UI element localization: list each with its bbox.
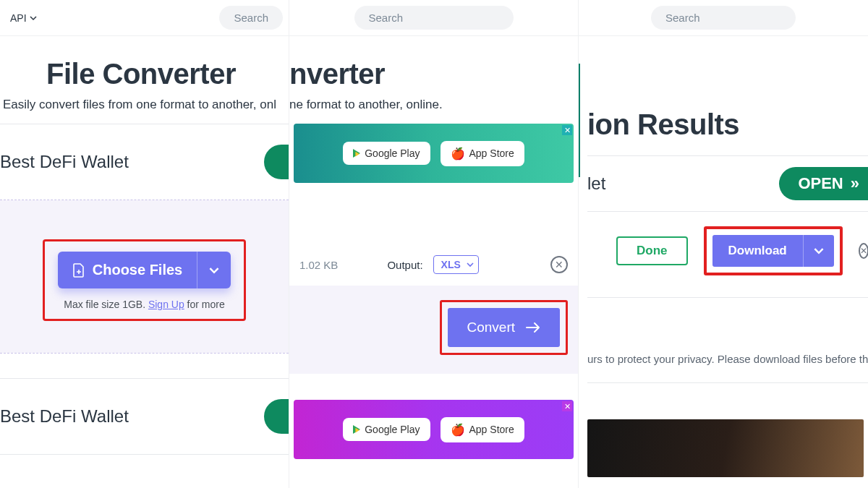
download-button[interactable]: Download <box>712 235 834 267</box>
ad-open-partial[interactable] <box>264 399 289 434</box>
page-subtitle-fragment: ne format to another, online. <box>289 98 578 112</box>
ad-text: Best DeFi Wallet <box>0 152 129 172</box>
app-store-chip[interactable]: 🍎 App Store <box>441 141 524 166</box>
api-dropdown[interactable]: API <box>6 9 41 27</box>
search-placeholder: Search <box>369 12 404 24</box>
page-title-fragment: nverter <box>289 58 578 90</box>
open-label: OPEN <box>798 174 843 193</box>
status-badge: Done <box>616 236 688 265</box>
file-row: 1.02 KB Output: XLS ✕ <box>289 244 578 286</box>
ad-banner-top[interactable]: ✕ Google Play 🍎 App Store <box>294 124 574 183</box>
close-icon[interactable]: ✕ <box>562 401 572 411</box>
search-placeholder: Search <box>234 12 268 24</box>
ad-banner-bottom[interactable]: ✕ Google Play 🍎 App Store <box>294 400 574 459</box>
google-play-chip[interactable]: Google Play <box>343 418 430 441</box>
apple-icon: 🍎 <box>451 147 465 160</box>
output-label: Output: <box>387 259 422 271</box>
page-title-fragment: ion Results <box>587 108 868 141</box>
chevron-double-right-icon: » <box>851 174 855 193</box>
apple-icon: 🍎 <box>451 423 465 437</box>
page-subtitle: Easily convert files from one format to … <box>3 98 289 112</box>
ad-open-partial[interactable] <box>264 145 289 179</box>
chevron-down-icon <box>30 14 37 22</box>
privacy-note: urs to protect your privacy. Please down… <box>587 353 868 365</box>
arrow-right-icon <box>525 321 541 334</box>
upload-hint: Max file size 1GB. Sign Up for more <box>64 299 225 310</box>
ad-defi-row[interactable]: Best DeFi Wallet <box>0 124 289 200</box>
download-dropdown[interactable] <box>803 235 834 267</box>
ad-defi-row-2[interactable]: Best DeFi Wallet <box>0 379 289 454</box>
search-input[interactable]: Search <box>354 6 514 30</box>
remove-result-button[interactable]: ✕ <box>859 243 868 259</box>
api-label: API <box>10 12 27 24</box>
search-input[interactable]: Search <box>219 6 283 30</box>
highlight-box: Download <box>704 226 843 275</box>
output-format-select[interactable]: XLS <box>433 255 479 274</box>
download-label: Download <box>712 235 803 267</box>
ad-text-fragment: let <box>587 156 605 211</box>
panel-step-1: API Search File Converter Easily convert… <box>0 0 289 488</box>
convert-area: Convert <box>289 286 578 374</box>
upload-dropzone[interactable]: Choose Files Max file size 1GB. Sign Up … <box>0 200 289 354</box>
play-icon <box>353 149 360 158</box>
ad-text: Best DeFi Wallet <box>0 406 129 427</box>
choose-files-label: Choose Files <box>93 262 182 278</box>
remove-file-button[interactable]: ✕ <box>550 256 568 273</box>
page-title: File Converter <box>46 58 289 90</box>
ad-banner-bottom[interactable] <box>587 419 864 477</box>
search-input[interactable]: Search <box>651 6 796 30</box>
close-icon[interactable]: ✕ <box>562 125 572 135</box>
highlight-box: Convert <box>440 300 568 355</box>
search-placeholder: Search <box>665 12 700 24</box>
convert-button[interactable]: Convert <box>448 308 560 347</box>
app-store-chip[interactable]: 🍎 App Store <box>441 417 524 442</box>
topbar: Search <box>579 0 868 36</box>
open-button[interactable]: OPEN » <box>779 167 868 200</box>
highlight-box: Choose Files Max file size 1GB. Sign Up … <box>43 239 246 321</box>
chevron-down-icon <box>209 265 219 275</box>
chevron-down-icon <box>814 246 824 256</box>
file-size: 1.02 KB <box>299 259 338 271</box>
panel-step-3: Search ion Results let OPEN » Done Downl… <box>579 0 868 488</box>
accent-bar <box>579 64 580 177</box>
result-row: Done Download ✕ <box>587 212 868 283</box>
topbar: API Search <box>0 0 289 36</box>
chevron-down-icon <box>467 261 474 268</box>
choose-files-dropdown[interactable] <box>197 252 231 288</box>
file-add-icon <box>72 263 85 278</box>
topbar: Search <box>289 0 578 36</box>
signup-link[interactable]: Sign Up <box>148 299 184 310</box>
play-icon <box>353 425 360 434</box>
choose-files-button[interactable]: Choose Files <box>58 252 231 288</box>
google-play-chip[interactable]: Google Play <box>343 142 430 165</box>
panel-step-2: Search nverter ne format to another, onl… <box>289 0 579 488</box>
convert-label: Convert <box>467 320 515 335</box>
